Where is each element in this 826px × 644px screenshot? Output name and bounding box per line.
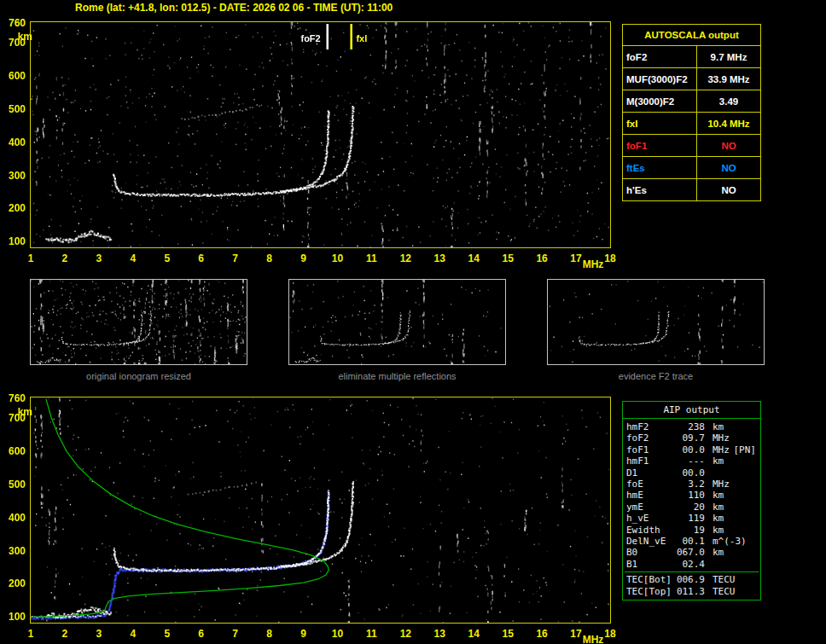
aip-row: hmF1---km [623, 455, 760, 467]
aip-extra [724, 421, 757, 432]
y-tick-label: 760 [0, 17, 26, 29]
profile-ionogram-plot [30, 397, 611, 624]
aip-label: h_vE [626, 513, 674, 524]
aip-row: hmE110km [623, 490, 760, 501]
x-axis-unit-label: MHz [583, 258, 604, 270]
fxI-marker-label: fxI [356, 33, 367, 44]
aip-extra [713, 467, 757, 479]
thumbnail-no-multiple-reflections [288, 279, 506, 365]
aip-row: DelN_vE00.1m^(-3) [623, 536, 760, 547]
ionogram-plot: foF2 fxI [30, 21, 611, 248]
autoscala-row-value: 10.4 MHz [697, 119, 760, 129]
x-axis-unit-label: MHz [583, 634, 604, 644]
x-tick-label: 15 [502, 252, 513, 264]
x-tick-label: 3 [96, 628, 102, 640]
aip-unit: km [705, 490, 724, 501]
autoscala-row-value: NO [697, 141, 760, 151]
autoscala-screen: Rome (lat: +41.8, lon: 012.5) - DATE: 20… [0, 0, 826, 644]
aip-value: 20 [674, 502, 705, 513]
autoscala-table-rows: foF29.7 MHzMUF(3000)F233.9 MHzM(3000)F23… [623, 46, 760, 200]
y-tick-label: 760 [0, 392, 26, 404]
x-tick-label: 9 [300, 252, 306, 264]
y-tick-label: 100 [0, 235, 26, 247]
aip-label: TEC[Bot] [626, 574, 674, 585]
x-tick-label: 6 [198, 628, 204, 640]
aip-unit: TECU [705, 586, 736, 597]
aip-tec-rows: TEC[Bot]006.9TECUTEC[Top]011.3TECU [623, 574, 760, 597]
aip-label: B1 [626, 559, 674, 570]
aip-row: TEC[Top]011.3TECU [623, 586, 760, 597]
aip-value: 00.0 [674, 444, 705, 455]
aip-table-header: AIP output [623, 402, 760, 419]
x-tick-label: 13 [434, 252, 445, 264]
aip-unit: km [705, 502, 724, 513]
aip-extra [736, 574, 758, 585]
aip-value: 00.1 [674, 536, 705, 547]
aip-unit: TECU [705, 574, 736, 585]
aip-extra [724, 525, 757, 536]
aip-value: 110 [674, 490, 705, 501]
aip-unit: MHz [705, 444, 730, 455]
aip-extra: [PN] [730, 444, 757, 455]
aip-row: hmF2238km [623, 421, 760, 432]
aip-value: 238 [674, 421, 705, 432]
autoscala-row: fxI10.4 MHz [623, 113, 760, 135]
page-title: Rome (lat: +41.8, lon: 012.5) - DATE: 20… [75, 2, 393, 14]
aip-label: foE [626, 479, 674, 490]
aip-unit: m^(-3) [705, 536, 747, 547]
aip-unit: MHz [705, 479, 730, 490]
thumbnail-original-ionogram [30, 279, 247, 365]
x-tick-label: 12 [400, 252, 411, 264]
aip-table-rows: hmF2238kmfoF209.7MHzfoF100.0MHz[PN]hmF1-… [623, 421, 760, 570]
aip-tec-separator [625, 571, 759, 572]
aip-extra [730, 432, 757, 444]
x-tick-label: 6 [198, 252, 204, 264]
x-tick-label: 2 [62, 252, 68, 264]
aip-row: foF209.7MHz [623, 432, 760, 444]
ionogram-canvas [31, 22, 610, 247]
thumbnail-original-canvas [31, 280, 247, 364]
x-tick-label: 17 [570, 628, 581, 640]
x-tick-label: 16 [536, 628, 547, 640]
autoscala-row-label: MUF(3000)F2 [623, 68, 697, 90]
thumbnail-caption-original: original ionogram resized [30, 371, 247, 381]
aip-value: --- [674, 455, 705, 467]
x-tick-label: 3 [96, 252, 102, 264]
aip-value: 119 [674, 513, 705, 524]
autoscala-row: MUF(3000)F233.9 MHz [623, 68, 760, 90]
aip-label: hmF2 [626, 421, 674, 432]
aip-row: D100.0 [623, 467, 760, 479]
aip-unit [705, 467, 713, 479]
aip-unit: km [705, 455, 724, 467]
autoscala-row-label: foF2 [623, 46, 697, 67]
aip-value: 19 [674, 525, 705, 536]
autoscala-row-value: 9.7 MHz [697, 52, 760, 62]
x-tick-label: 16 [536, 252, 547, 264]
y-axis-unit-label: km [7, 406, 32, 418]
thumbnail-no-multiples-canvas [289, 280, 505, 364]
aip-row: h_vE119km [623, 513, 760, 524]
y-tick-label: 400 [0, 136, 26, 148]
autoscala-output-table: AUTOSCALA output foF29.7 MHzMUF(3000)F23… [622, 24, 761, 201]
aip-value: 3.2 [674, 479, 705, 490]
aip-unit: km [705, 513, 724, 524]
aip-value: 011.3 [674, 586, 705, 597]
y-tick-label: 600 [0, 70, 26, 82]
autoscala-table-header: AUTOSCALA output [623, 25, 760, 46]
autoscala-row-label: fxI [623, 113, 697, 134]
autoscala-row: foF29.7 MHz [623, 46, 760, 68]
y-axis-unit-label: km [7, 31, 32, 43]
thumbnail-f2-trace-canvas [548, 280, 764, 364]
x-tick-label: 4 [130, 628, 136, 640]
aip-unit: MHz [705, 432, 730, 444]
aip-label: D1 [626, 467, 674, 479]
x-tick-label: 18 [604, 628, 615, 640]
aip-row: ymE20km [623, 502, 760, 513]
x-tick-label: 10 [332, 252, 343, 264]
aip-label: foF2 [626, 432, 674, 444]
x-tick-label: 11 [366, 628, 377, 640]
y-tick-label: 200 [0, 202, 26, 214]
aip-extra [736, 586, 758, 597]
aip-extra [730, 479, 757, 490]
x-tick-label: 10 [332, 628, 343, 640]
